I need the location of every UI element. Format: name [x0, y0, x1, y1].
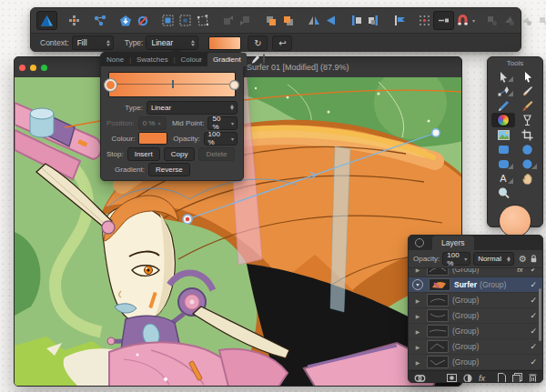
layers-opacity-dropdown[interactable]: 100 %▾	[442, 252, 470, 266]
maximize-window-button[interactable]	[41, 65, 47, 71]
tab-swatches[interactable]: Swatches	[131, 53, 174, 66]
blend-mode-dropdown[interactable]: Normal	[473, 252, 514, 266]
gradient-stop-end[interactable]	[230, 81, 238, 89]
tab-gradient[interactable]: Gradient	[207, 53, 247, 66]
layer-thumbnail[interactable]	[427, 340, 449, 353]
flip-horizontal-icon[interactable]	[305, 13, 322, 28]
paint-brush-tool[interactable]	[515, 98, 539, 113]
layer-settings-gear-icon[interactable]: ⚙	[519, 254, 527, 264]
new-layer-icon[interactable]	[498, 373, 506, 383]
layer-thumbnail[interactable]	[427, 356, 449, 368]
tab-none[interactable]: None	[101, 53, 129, 66]
context-select[interactable]: Fill	[72, 35, 114, 50]
shape-tool[interactable]	[515, 156, 539, 171]
layer-visibility-check[interactable]: ✓	[530, 296, 537, 305]
hand-tool[interactable]	[515, 171, 539, 186]
new-group-icon[interactable]	[512, 373, 522, 383]
transparency-tool[interactable]	[515, 113, 539, 127]
fx-badge[interactable]: fx	[517, 268, 522, 274]
disclosure-triangle-icon[interactable]: ▶	[412, 297, 423, 304]
export-persona-icon[interactable]	[91, 13, 108, 28]
mask-layer-icon[interactable]	[447, 374, 457, 382]
midpoint-dropdown[interactable]: 50 %▾	[207, 116, 238, 130]
no-fill-assistant-icon[interactable]	[134, 13, 151, 28]
ellipse-tool[interactable]	[515, 142, 539, 156]
disclosure-triangle-icon[interactable]: ▶	[412, 344, 423, 350]
layer-thumbnail[interactable]	[427, 309, 449, 322]
zoom-tool[interactable]	[491, 186, 515, 200]
disclosure-triangle-icon[interactable]: ▶	[412, 268, 423, 273]
move-tool[interactable]	[491, 69, 515, 84]
delete-layer-trash-icon[interactable]	[529, 373, 537, 383]
current-colour-well[interactable]	[263, 54, 265, 65]
current-fill-colour-swatch[interactable]	[499, 205, 531, 237]
magnet-snapping-icon[interactable]	[454, 13, 471, 28]
layer-thumbnail[interactable]	[427, 268, 449, 276]
opacity-dropdown[interactable]: 100 %▾	[204, 132, 238, 146]
layer-visibility-check[interactable]: ✓	[530, 311, 537, 320]
expanded-disclosure-icon[interactable]	[412, 279, 423, 290]
gradient-stop-start[interactable]	[105, 79, 116, 91]
align-right-icon[interactable]	[365, 13, 382, 28]
panel-dock-icon[interactable]	[415, 238, 424, 247]
layer-row-surfer[interactable]: Surfer (Group) ✓	[409, 277, 542, 293]
layers-scrollbar[interactable]	[539, 288, 541, 341]
tab-layers[interactable]: Layers	[432, 236, 474, 250]
snapping-grid-icon[interactable]	[416, 13, 433, 28]
fill-gradient-tool-selected[interactable]	[491, 113, 515, 127]
eyedropper-icon[interactable]	[250, 55, 260, 65]
crop-tool[interactable]	[515, 127, 539, 142]
layer-thumbnail[interactable]	[427, 325, 449, 337]
gradient-preview-bar[interactable]	[108, 72, 236, 97]
lock-layer-icon[interactable]	[530, 254, 538, 264]
layer-thumbnail[interactable]	[429, 278, 450, 291]
layer-row[interactable]: ▶ (Group) ✓	[409, 324, 542, 339]
magnet-dropdown-caret[interactable]: ▾	[472, 17, 475, 24]
insert-stop-button[interactable]: Insert	[127, 147, 160, 161]
disclosure-triangle-icon[interactable]: ▶	[412, 359, 423, 366]
node-tool[interactable]	[515, 69, 539, 84]
adjustment-layer-icon[interactable]	[463, 374, 472, 383]
layer-row[interactable]: ▶ (Group) ✓	[409, 308, 542, 324]
gradient-midpoint-marker[interactable]	[172, 80, 174, 88]
layer-visibility-check[interactable]: ✓	[530, 280, 537, 289]
gradient-fill-swatch[interactable]	[208, 36, 241, 50]
minimize-window-button[interactable]	[30, 65, 36, 71]
marquee-intersect-icon[interactable]	[177, 13, 194, 28]
layer-row[interactable]: ▶ (Group) ✓	[409, 293, 542, 308]
stop-colour-swatch[interactable]	[138, 132, 167, 145]
pen-tool[interactable]	[491, 84, 515, 98]
copy-stop-button[interactable]: Copy	[164, 147, 196, 161]
layer-visibility-check[interactable]: ✓	[530, 342, 537, 351]
edit-all-layers-icon[interactable]	[414, 374, 426, 383]
layer-row[interactable]: ▶ (Group) fx ✓	[409, 268, 542, 277]
disclosure-triangle-icon[interactable]: ▶	[412, 313, 423, 319]
rectangle-tool[interactable]	[491, 142, 515, 156]
duplicate-front-icon[interactable]	[262, 13, 279, 28]
text-tool[interactable]: A	[491, 171, 515, 186]
layer-effects-fx-icon[interactable]: fx	[479, 374, 485, 383]
vector-brush-tool[interactable]	[515, 84, 539, 98]
layer-row[interactable]: ▶ (Group) ✓	[409, 355, 542, 370]
align-left-icon[interactable]	[348, 13, 365, 28]
flip-vertical-icon[interactable]	[322, 13, 339, 28]
pixel-persona-icon[interactable]	[66, 13, 83, 28]
rotate-gradient-button[interactable]: ↻	[248, 35, 268, 51]
designer-persona-icon[interactable]	[36, 11, 57, 30]
close-window-button[interactable]	[19, 65, 25, 71]
duplicate-back-icon[interactable]	[279, 13, 297, 28]
pencil-tool[interactable]	[491, 98, 515, 113]
disclosure-triangle-icon[interactable]: ▶	[412, 328, 423, 335]
layer-visibility-check[interactable]: ✓	[530, 357, 537, 367]
revert-gradient-button[interactable]: ↩	[272, 35, 292, 51]
place-image-tool[interactable]	[491, 127, 515, 142]
rounded-rectangle-tool[interactable]	[491, 156, 515, 171]
insert-inside-icon[interactable]	[116, 13, 134, 28]
marquee-select-icon[interactable]	[159, 13, 177, 28]
layer-row[interactable]: ▶ (Group) ✓	[409, 339, 542, 355]
reverse-gradient-button[interactable]: Reverse	[148, 163, 190, 176]
layer-thumbnail[interactable]	[427, 294, 449, 307]
layer-visibility-check[interactable]: ✓	[530, 268, 537, 274]
tab-colour[interactable]: Colour	[175, 53, 207, 66]
alignment-options-icon[interactable]	[390, 13, 408, 28]
